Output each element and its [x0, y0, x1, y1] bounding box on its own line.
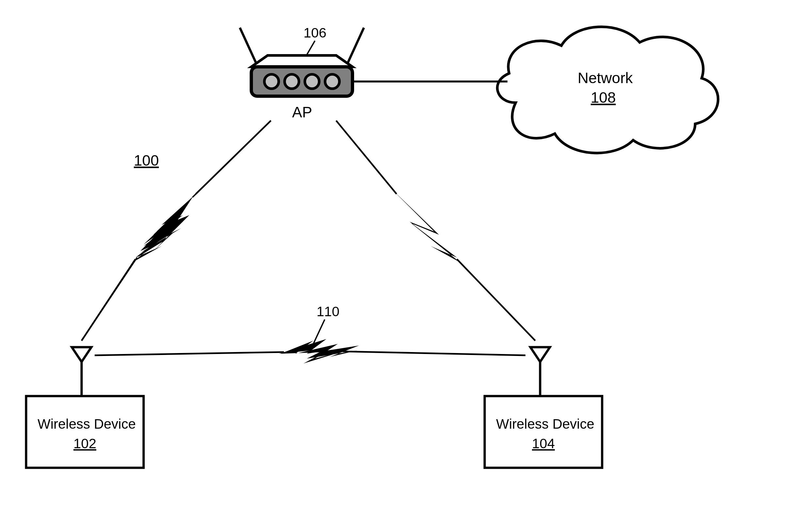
wireless-link-right	[336, 120, 535, 341]
svg-point-3	[264, 74, 279, 89]
access-point	[240, 28, 364, 96]
system-ref: 100	[134, 152, 159, 169]
wireless-link-p2p	[95, 339, 525, 363]
svg-rect-29	[485, 396, 602, 468]
wireless-device-left: Wireless Device 102	[26, 347, 144, 468]
device-left-ref: 102	[73, 436, 96, 451]
ap-ref: 106	[304, 25, 326, 40]
device-right-label: Wireless Device	[496, 416, 594, 432]
svg-line-1	[346, 28, 364, 67]
svg-line-18	[457, 259, 535, 341]
ap-label: AP	[292, 104, 312, 120]
svg-line-15	[82, 259, 135, 341]
svg-line-19	[95, 352, 284, 355]
device-right-ref: 104	[532, 436, 555, 451]
wireless-link-left	[82, 120, 271, 341]
device-left-label: Wireless Device	[38, 416, 136, 432]
svg-point-4	[285, 74, 299, 89]
svg-line-7	[307, 41, 315, 55]
network-label: Network	[578, 70, 633, 87]
svg-line-16	[336, 120, 397, 194]
network-cloud: Network 108	[498, 27, 718, 153]
p2p-ref: 110	[316, 304, 339, 319]
svg-line-0	[240, 28, 258, 67]
network-ref: 108	[591, 89, 616, 106]
svg-rect-26	[26, 396, 144, 468]
svg-point-6	[325, 74, 339, 89]
svg-line-13	[196, 120, 271, 194]
network-diagram: AP 106 Network 108 100	[0, 0, 796, 532]
svg-point-5	[305, 74, 319, 89]
svg-marker-27	[530, 347, 550, 362]
svg-marker-24	[72, 347, 91, 362]
svg-line-22	[343, 352, 525, 355]
svg-marker-17	[392, 189, 460, 262]
wireless-device-right: Wireless Device 104	[485, 347, 602, 468]
